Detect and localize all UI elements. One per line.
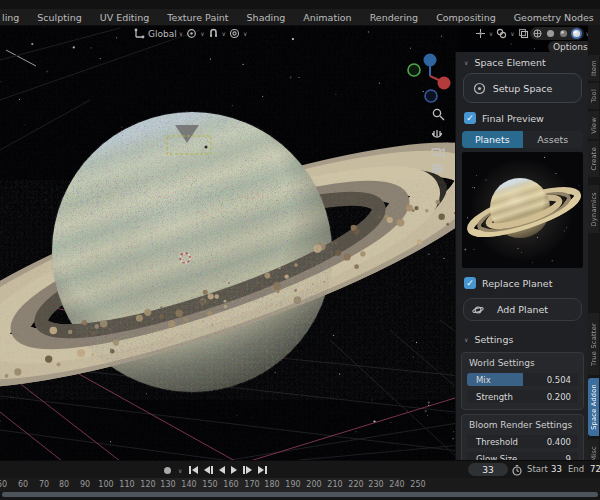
gizmo-z-axis[interactable]	[424, 54, 437, 67]
final-preview-label: Final Preview	[482, 113, 544, 124]
current-frame-field[interactable]: 33	[468, 463, 508, 476]
show-gizmo-icon[interactable]	[474, 28, 487, 40]
gizmo-x-axis[interactable]	[438, 77, 451, 90]
proportional-editing-icon[interactable]	[228, 28, 241, 40]
workspace-tab-uv-editing[interactable]: UV Editing	[91, 12, 159, 23]
settings-panel-header[interactable]: ∨ Settings	[456, 325, 589, 348]
category-tab-tool[interactable]: Tool	[588, 83, 599, 109]
orientation-chevron-icon[interactable]: ∨	[179, 30, 183, 37]
preview-range-clock-icon[interactable]	[511, 464, 523, 476]
shading-wireframe-icon[interactable]	[532, 28, 543, 39]
workspace-tab-texture-paint[interactable]: Texture Paint	[158, 12, 237, 23]
category-tab-create[interactable]: Create	[588, 141, 599, 177]
jump-to-start-button[interactable]	[188, 465, 199, 475]
final-preview-row: ✓ Final Preview	[456, 105, 589, 129]
replace-planet-checkbox[interactable]: ✓	[464, 277, 476, 289]
settings-chevron-icon[interactable]: ∨	[464, 336, 468, 343]
timeline-editor: ∨ 33 Start 33 End 72 50 60 70 80 90 100 …	[0, 460, 600, 500]
category-tab-true-scatter[interactable]: True Scatter	[588, 313, 599, 375]
workspace-tab-compositing[interactable]: Compositing	[427, 12, 505, 23]
overlays-icon[interactable]	[495, 28, 508, 40]
start-frame-label: Start	[527, 464, 548, 474]
category-tab-space-addon[interactable]: Space Addon	[588, 378, 599, 436]
world-settings-title: World Settings	[469, 358, 578, 368]
sidebar-panel: ∨ Space Element Setup Space ✓ Final Prev…	[455, 52, 589, 460]
world-settings-box: World Settings Mix 0.504 Strength 0.200	[461, 352, 584, 410]
workspace-tab-shading[interactable]: Shading	[238, 12, 295, 23]
previous-keyframe-button[interactable]	[203, 465, 214, 475]
region-handle	[205, 146, 208, 149]
planet-asset-tabs: Planets Assets	[462, 131, 583, 148]
shading-solid-icon[interactable]	[545, 28, 556, 39]
orientation-icon[interactable]	[133, 28, 146, 40]
transform-orientation-dropdown[interactable]: Global	[148, 29, 177, 39]
setup-space-button[interactable]: Setup Space	[463, 73, 582, 103]
panel-title: Space Element	[474, 57, 545, 68]
pivot-point-icon[interactable]	[185, 28, 198, 40]
gizmo-y-axis[interactable]	[408, 64, 420, 76]
workspace-tab-modeling[interactable]: ling	[0, 12, 28, 23]
play-button[interactable]	[230, 465, 238, 475]
timeline-ruler[interactable]: 50 60 70 80 90 100 110 120 130 140 150 1…	[0, 478, 600, 492]
play-reverse-button[interactable]	[218, 465, 226, 475]
xray-toggle-icon[interactable]	[517, 28, 530, 40]
space-element-panel-header[interactable]: ∨ Space Element	[456, 52, 589, 71]
tab-assets[interactable]: Assets	[523, 131, 584, 148]
blender-window: { "icons": {"chevron_down": "∨", "check"…	[0, 0, 600, 500]
timeline-scrollbar[interactable]	[2, 492, 598, 497]
setup-space-icon	[473, 82, 486, 95]
strength-slider[interactable]: Strength 0.200	[467, 390, 578, 403]
workspace-tabs-bar: ling Sculpting UV Editing Texture Paint …	[0, 9, 600, 26]
collapse-chevron-icon[interactable]: ∨	[464, 59, 468, 66]
start-frame-value[interactable]: 33	[551, 464, 562, 474]
category-tab-view[interactable]: View	[588, 111, 599, 139]
workspace-tab-rendering[interactable]: Rendering	[361, 12, 428, 23]
planet-icon	[472, 304, 484, 316]
category-tab-item[interactable]: Item	[588, 55, 599, 81]
auto-key-record-button[interactable]	[163, 466, 172, 475]
gizmo-z-neg-axis[interactable]	[425, 90, 437, 102]
jump-to-end-button[interactable]	[257, 465, 268, 475]
snap-magnet-icon[interactable]	[207, 28, 220, 40]
render-noise-rings	[0, 180, 460, 400]
next-keyframe-button[interactable]	[242, 465, 253, 475]
bloom-settings-title: Bloom Render Settings	[469, 420, 578, 430]
proportional-chevron-icon[interactable]: ∨	[243, 30, 247, 37]
keying-chevron-icon[interactable]: ∨	[178, 467, 182, 474]
settings-title: Settings	[474, 334, 513, 345]
threshold-field[interactable]: Threshold 0.400	[467, 435, 578, 448]
workspace-tab-sculpting[interactable]: Sculpting	[28, 12, 90, 23]
tab-planets[interactable]: Planets	[462, 131, 523, 148]
workspace-tab-geometry-nodes[interactable]: Geometry Nodes	[505, 12, 600, 23]
window-top-strip	[0, 0, 600, 9]
shading-rendered-icon[interactable]	[571, 28, 582, 39]
move-hand-icon[interactable]	[433, 130, 442, 137]
gizmo-chevron-icon[interactable]: ∨	[489, 30, 493, 37]
category-tab-dynamics[interactable]: Dynamics	[588, 185, 599, 233]
snap-chevron-icon[interactable]: ∨	[222, 30, 226, 37]
add-planet-button[interactable]: Add Planet	[463, 298, 582, 321]
viewport-header: Global ∨ ∨ ∨ ∨ ∨ ∨ ∨ ‖	[0, 26, 600, 41]
playback-controls: ∨	[163, 465, 268, 475]
mix-slider[interactable]: Mix 0.504	[467, 373, 578, 386]
overlays-chevron-icon[interactable]: ∨	[510, 30, 514, 37]
planet-preview-image[interactable]	[462, 152, 583, 268]
workspace-tab-animation[interactable]: Animation	[294, 12, 360, 23]
final-preview-checkbox[interactable]: ✓	[464, 112, 476, 124]
shading-mode-group	[530, 27, 584, 40]
replace-planet-row: ✓ Replace Planet	[456, 268, 589, 294]
end-frame-value[interactable]: 72	[590, 464, 600, 474]
replace-planet-label: Replace Planet	[482, 278, 552, 289]
end-frame-label: End	[568, 464, 584, 474]
sidebar-category-tabs: Item Tool View Create Dynamics True Scat…	[588, 25, 600, 460]
pivot-chevron-icon[interactable]: ∨	[200, 30, 204, 37]
shading-material-icon[interactable]	[558, 28, 569, 39]
